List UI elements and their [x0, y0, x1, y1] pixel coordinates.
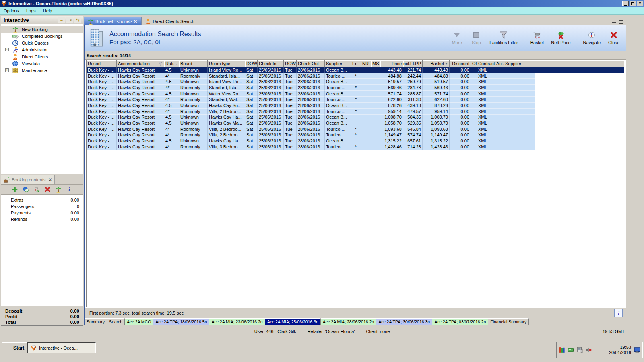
booking-panel-minimize-button[interactable]	[68, 177, 74, 182]
close-button[interactable]: Close	[605, 29, 623, 47]
navigate-button[interactable]: Navigate	[580, 29, 603, 47]
column-header-resort[interactable]: Resort	[87, 60, 117, 67]
result-cell: Tue	[284, 97, 297, 103]
step-tab[interactable]: Acc 2A MIA; 28/06/2016 2n	[321, 318, 376, 325]
column-header-board[interactable]: Board	[179, 60, 208, 67]
step-tab[interactable]: Summary	[85, 318, 107, 325]
step-tab[interactable]: Search	[107, 318, 125, 325]
step-tab[interactable]: Financial Summary	[488, 318, 529, 325]
start-button[interactable]: Start	[2, 342, 27, 353]
menu-options[interactable]: Options	[0, 8, 23, 14]
tray-color-icon[interactable]	[559, 347, 565, 353]
result-row[interactable]: Duck Key - ...Hawks Cay Resort4*Roomonly…	[87, 73, 624, 79]
result-row[interactable]: Duck Key - ...Hawks Cay Resort4*Roomonly…	[87, 85, 624, 91]
column-header-price[interactable]: Price	[380, 60, 403, 67]
minimize-button[interactable]	[622, 1, 629, 6]
taskbar-task-button[interactable]: Interactive - Ocea...	[27, 342, 96, 353]
step-tab[interactable]: Acc 2A MIA; 23/06/2016 2n	[209, 318, 265, 325]
expand-plus-icon[interactable]: +	[5, 68, 9, 72]
main-maximize-button[interactable]	[618, 19, 624, 24]
column-header-supplier[interactable]: Supplier	[325, 60, 351, 67]
result-row[interactable]: Duck Key - ...Hawks Cay Resort4.5Unknown…	[87, 115, 624, 121]
step-tab-selected[interactable]: Acc 2A MIA; 25/06/2016 3n	[265, 318, 321, 325]
column-header-dow[interactable]: DOW	[284, 60, 297, 67]
cart-transfer-button[interactable]	[33, 186, 40, 193]
add-button[interactable]	[12, 186, 18, 193]
tree-expander-slot[interactable]: +	[4, 48, 10, 51]
info-button[interactable]: i	[614, 309, 623, 317]
expand-plus-icon[interactable]: +	[5, 48, 9, 51]
dock-panel-button[interactable]: ⇥	[66, 17, 73, 23]
basket-button[interactable]: Basket	[528, 29, 547, 47]
result-row[interactable]: Duck Key - ...Hawks Cay Resort4.5Unknown…	[87, 91, 624, 97]
column-header-of[interactable]: Of	[471, 60, 477, 67]
palm-button[interactable]	[55, 186, 62, 193]
tray-card-icon[interactable]	[568, 347, 574, 353]
menu-logs[interactable]: Logs	[23, 8, 39, 14]
result-row[interactable]: Duck Key - ...Hawks Cay Resort4.5Unknown…	[87, 120, 624, 126]
column-header-room-type[interactable]: Room type	[208, 60, 245, 67]
column-header-discount[interactable]: Discount	[450, 60, 471, 67]
booking-contents-tab[interactable]: Booking contents ✕	[1, 175, 55, 184]
step-tab[interactable]: Acc 2A TPA; 03/07/2016 2n	[432, 318, 488, 325]
tray-network-icon[interactable]	[576, 347, 583, 353]
tray-monitor-icon[interactable]	[634, 347, 640, 353]
booking-contents-row[interactable]: Refunds0.00	[1, 216, 83, 222]
result-row[interactable]: Duck Key - ...Hawks Cay Resort4.5Unknown…	[87, 79, 624, 85]
column-header-rati-[interactable]: Rati...	[164, 60, 179, 67]
column-header-act-supplier[interactable]: Act. Supplier	[495, 60, 535, 67]
column-header-nr[interactable]: NR	[361, 60, 371, 67]
booking-panel-maximize-button[interactable]	[75, 177, 81, 182]
result-row[interactable]: Duck Key - ...Hawks Cay Resort4*Roomonly…	[87, 126, 624, 132]
result-row[interactable]: Duck Key - ...Hawks Cay Resort4.5Unknown…	[87, 138, 624, 144]
column-header-dow[interactable]: DOW	[245, 60, 258, 67]
info-button[interactable]: i	[66, 186, 72, 193]
column-header-er[interactable]: Er	[351, 60, 361, 67]
close-button[interactable]: ×	[637, 1, 643, 6]
column-header-basket[interactable]: Basket▼	[423, 60, 450, 67]
sidebar-item-direct-clients[interactable]: Direct Clients	[1, 53, 83, 60]
facilities-filter-button[interactable]: Facilities Filter	[487, 29, 520, 47]
app-logo-icon	[31, 345, 37, 351]
doc-tab-inactive[interactable]: Direct Clients Search	[141, 17, 198, 25]
menu-help[interactable]: Help	[39, 8, 56, 14]
result-row[interactable]: Duck Key - ...Hawks Cay Resort4.5Unknown…	[87, 103, 624, 109]
column-header-check-out[interactable]: Check Out	[297, 60, 325, 67]
nett-price-button[interactable]: Nett Price	[548, 29, 573, 47]
sidebar-item-new-booking[interactable]: New Booking	[1, 26, 83, 33]
tab-close-icon[interactable]: ✕	[134, 19, 138, 24]
column-header-incl-fl-pp[interactable]: Incl.Fl.PP	[403, 60, 423, 67]
column-header-accommodation[interactable]: Accommodation	[117, 60, 164, 67]
tree-expander-slot[interactable]: +	[4, 68, 10, 72]
filter-funnel-icon[interactable]	[158, 62, 163, 66]
sidebar-item-completed-bookings[interactable]: Completed Bookings	[1, 33, 83, 39]
column-header-contract[interactable]: Contract	[477, 60, 495, 67]
step-tab[interactable]: Acc 2A MCO	[125, 318, 153, 325]
booking-contents-row[interactable]: Extras0.00	[1, 197, 83, 203]
sidebar-item-viewdata[interactable]: Viewdata	[1, 60, 83, 67]
column-header-ms[interactable]: MS	[371, 60, 380, 67]
sidebar-item-administrator[interactable]: +Administrator	[1, 46, 83, 53]
step-tab[interactable]: Acc 2A TPA; 30/06/2016 3n	[376, 318, 432, 325]
tray-mute-icon[interactable]	[585, 347, 592, 353]
result-row[interactable]: Duck Key - ...Hawks Cay Resort4*Roomonly…	[87, 109, 624, 115]
main-minimize-button[interactable]	[611, 19, 617, 24]
result-row[interactable]: Duck Key - ...Hawks Cay Resort4*Roomonly…	[87, 132, 624, 138]
result-row[interactable]: Duck Key - ...Hawks Cay Resort4*Roomonly…	[87, 97, 624, 103]
result-row[interactable]: Duck Key - ...Hawks Cay Resort4.5Unknown…	[87, 67, 624, 73]
world-clock-button[interactable]	[23, 186, 29, 193]
sidebar-item-maintenance[interactable]: +Maintenance	[1, 67, 83, 74]
doc-tab-active[interactable]: Book. ref.: <none>✕	[84, 17, 141, 25]
result-row[interactable]: Duck Key - ...Hawks Cay Resort4*Roomonly…	[87, 144, 624, 150]
step-tab[interactable]: Acc 2A TPA; 18/06/2016 5n	[153, 318, 209, 325]
booking-contents-row[interactable]: Payments0.00	[1, 210, 83, 216]
collapse-panel-button[interactable]: −	[58, 17, 65, 23]
booking-contents-close-icon[interactable]: ✕	[48, 177, 52, 183]
booking-contents-row[interactable]: Passengers0	[1, 203, 83, 210]
result-cell: Duck Key - ...	[87, 126, 117, 132]
sidebar-item-quick-quotes[interactable]: Quick Quotes	[1, 39, 83, 46]
restore-button[interactable]	[630, 1, 636, 6]
column-header-check-in[interactable]: Check In	[258, 60, 284, 67]
switch-panel-button[interactable]: ⇆	[74, 17, 81, 23]
delete-button[interactable]	[44, 186, 51, 193]
